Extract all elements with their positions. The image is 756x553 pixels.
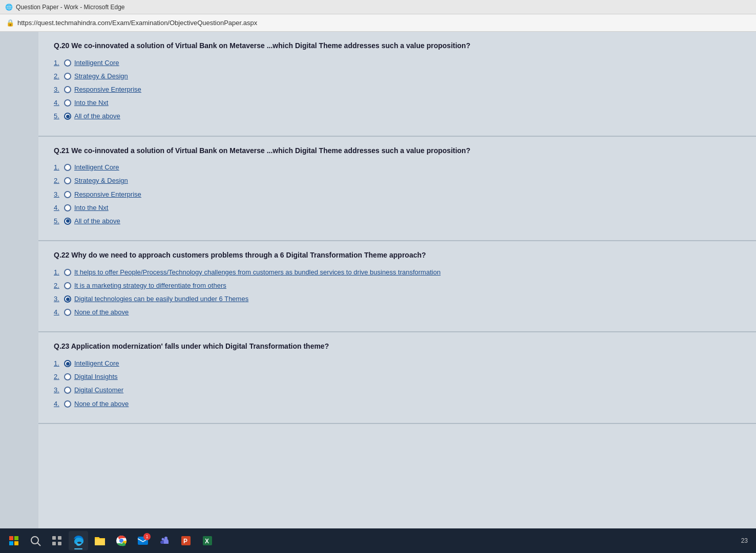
page-wrapper: Q.20 We co-innovated a solution of Virtu… — [0, 32, 756, 528]
search-button[interactable] — [26, 531, 45, 550]
radio-button[interactable] — [64, 99, 71, 107]
option-number: 3. — [54, 190, 63, 199]
chrome-app[interactable] — [112, 531, 131, 550]
question-text-q22: Q.22 Why do we need to approach customer… — [54, 250, 741, 261]
radio-button[interactable] — [64, 113, 71, 120]
option-row-q21-2[interactable]: 2.Strategy & Design — [54, 176, 741, 185]
option-number: 3. — [54, 294, 63, 304]
option-row-q22-2[interactable]: 2.It is a marketing strategy to differen… — [54, 281, 741, 290]
option-label: Strategy & Design — [74, 72, 128, 81]
option-number: 2. — [54, 72, 63, 81]
option-row-q21-4[interactable]: 4.Into the Nxt — [54, 203, 741, 212]
radio-button[interactable] — [64, 269, 71, 276]
option-row-q23-2[interactable]: 2.Digital Insights — [54, 372, 741, 381]
option-label: Strategy & Design — [74, 176, 128, 185]
option-row-q23-1[interactable]: 1.Intelligent Core — [54, 359, 741, 368]
option-row-q21-1[interactable]: 1.Intelligent Core — [54, 163, 741, 172]
option-label: Into the Nxt — [74, 203, 108, 212]
outlook-app[interactable]: 1 — [133, 531, 153, 550]
browser-addressbar: 🔒 https://quest.techmahindra.com/Exam/Ex… — [0, 14, 756, 32]
option-number: 2. — [54, 281, 63, 290]
option-row-q22-4[interactable]: 4.None of the above — [54, 308, 741, 317]
radio-button[interactable] — [64, 387, 71, 394]
option-number: 1. — [54, 58, 63, 68]
option-row-q21-5[interactable]: 5.All of the above — [54, 217, 741, 226]
option-row-q20-4[interactable]: 4.Into the Nxt — [54, 98, 741, 108]
clock-time: 23 — [741, 537, 748, 544]
svg-rect-0 — [9, 536, 13, 540]
option-number: 4. — [54, 203, 63, 212]
option-label: Intelligent Core — [74, 163, 119, 172]
option-number: 5. — [54, 217, 63, 226]
option-row-q23-3[interactable]: 3.Digital Customer — [54, 386, 741, 395]
radio-button[interactable] — [64, 400, 71, 408]
option-label: It helps to offer People/Process/Technol… — [74, 268, 440, 277]
option-label: Responsive Enterprise — [74, 190, 141, 199]
radio-button[interactable] — [64, 204, 71, 211]
lock-icon: 🔒 — [6, 19, 14, 27]
radio-button[interactable] — [64, 73, 71, 80]
option-row-q20-5[interactable]: 5.All of the above — [54, 112, 741, 121]
option-row-q21-3[interactable]: 3.Responsive Enterprise — [54, 190, 741, 199]
option-label: All of the above — [74, 217, 120, 226]
radio-button[interactable] — [64, 164, 71, 171]
option-label: Intelligent Core — [74, 58, 119, 68]
radio-button[interactable] — [64, 282, 71, 289]
teams-app[interactable] — [155, 531, 174, 550]
question-block-q23: Q.23 Application modernization' falls un… — [38, 332, 756, 423]
excel-app[interactable]: X — [198, 531, 217, 550]
option-number: 4. — [54, 308, 63, 317]
address-url[interactable]: https://quest.techmahindra.com/Exam/Exam… — [17, 19, 257, 27]
question-block-q21: Q.21 We co-innovated a solution of Virtu… — [38, 137, 756, 242]
svg-text:P: P — [183, 538, 187, 545]
option-number: 1. — [54, 268, 63, 277]
svg-rect-7 — [58, 536, 61, 540]
option-row-q20-3[interactable]: 3.Responsive Enterprise — [54, 85, 741, 94]
option-number: 4. — [54, 98, 63, 108]
option-row-q22-3[interactable]: 3.Digital technologies can be easily bun… — [54, 294, 741, 304]
option-label: It is a marketing strategy to differenti… — [74, 281, 226, 290]
option-label: Digital Customer — [74, 386, 123, 395]
svg-text:X: X — [205, 538, 209, 545]
radio-button[interactable] — [64, 218, 71, 225]
svg-rect-9 — [58, 542, 61, 545]
option-number: 1. — [54, 163, 63, 172]
content-area: Q.20 We co-innovated a solution of Virtu… — [38, 32, 756, 528]
taskbar-clock: 23 — [741, 537, 753, 544]
edge-app[interactable] — [69, 531, 88, 550]
option-number: 1. — [54, 359, 63, 368]
option-label: Digital technologies can be easily bundl… — [74, 294, 248, 304]
option-label: Responsive Enterprise — [74, 85, 141, 94]
radio-button[interactable] — [64, 59, 71, 67]
radio-button[interactable] — [64, 309, 71, 316]
radio-button[interactable] — [64, 191, 71, 198]
option-row-q23-4[interactable]: 4.None of the above — [54, 399, 741, 409]
start-button[interactable] — [5, 531, 23, 550]
radio-button[interactable] — [64, 373, 71, 380]
option-number: 3. — [54, 85, 63, 94]
browser-titlebar: 🌐 Question Paper - Work - Microsoft Edge — [0, 0, 756, 14]
svg-rect-6 — [52, 536, 56, 540]
option-number: 5. — [54, 112, 63, 121]
svg-rect-8 — [52, 542, 56, 545]
option-label: Digital Insights — [74, 372, 118, 381]
option-number: 2. — [54, 372, 63, 381]
question-block-q20: Q.20 We co-innovated a solution of Virtu… — [38, 32, 756, 137]
file-explorer-app[interactable] — [90, 531, 110, 550]
svg-line-5 — [38, 543, 41, 546]
radio-button[interactable] — [64, 295, 71, 303]
radio-button[interactable] — [64, 177, 71, 184]
questions-container: Q.20 We co-innovated a solution of Virtu… — [38, 32, 756, 424]
option-number: 4. — [54, 399, 63, 409]
option-row-q20-1[interactable]: 1.Intelligent Core — [54, 58, 741, 68]
option-row-q22-1[interactable]: 1.It helps to offer People/Process/Techn… — [54, 268, 741, 277]
taskbar: 1 P X 23 — [0, 528, 756, 553]
task-view-button[interactable] — [48, 531, 66, 550]
browser-title-text: Question Paper - Work - Microsoft Edge — [16, 4, 125, 11]
svg-rect-3 — [14, 541, 18, 545]
option-row-q20-2[interactable]: 2.Strategy & Design — [54, 72, 741, 81]
option-label: None of the above — [74, 399, 129, 409]
radio-button[interactable] — [64, 360, 71, 367]
radio-button[interactable] — [64, 86, 71, 93]
powerpoint-app[interactable]: P — [176, 531, 196, 550]
